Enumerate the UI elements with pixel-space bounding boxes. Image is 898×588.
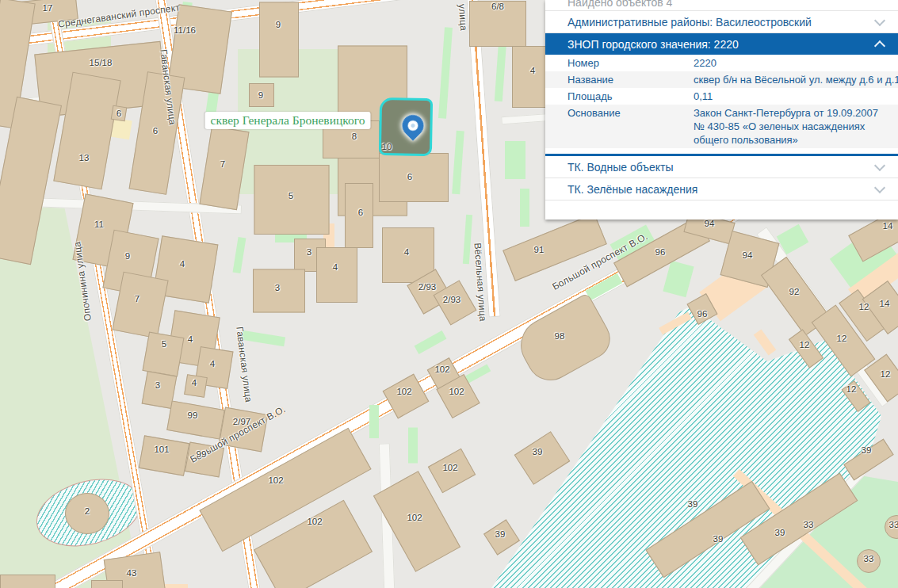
- building-label: 6: [153, 126, 158, 136]
- building-label: 102: [442, 463, 457, 472]
- detail-value: Закон Санкт-Петербурга от 19.09.2007 № 4…: [694, 106, 892, 147]
- chevron-down-icon: [874, 14, 885, 25]
- section-header-1[interactable]: ЗНОП городского значения: 2220: [545, 33, 898, 55]
- building-label: 102: [307, 517, 322, 526]
- building-label: 39: [862, 445, 872, 455]
- building-label: 12: [837, 334, 847, 343]
- building-label: 39: [688, 499, 698, 509]
- building-label: 5: [289, 191, 293, 200]
- building-label: 6: [407, 172, 412, 181]
- section-header-3[interactable]: ТК. Зелёные насаждения: [545, 178, 898, 200]
- detail-row: Названиесквер б/н на Вёсельной ул. между…: [545, 71, 898, 88]
- green-area: [241, 330, 285, 346]
- building-label: 39: [495, 529, 506, 539]
- building-label: 4: [188, 334, 193, 344]
- building-label: 15/18: [90, 58, 113, 67]
- building-label: 92: [789, 287, 800, 296]
- building-label: 9: [125, 251, 130, 261]
- detail-row: ОснованиеЗакон Санкт-Петербурга от 19.09…: [545, 105, 898, 148]
- section-header-2[interactable]: ТК. Водные объекты: [545, 156, 898, 178]
- building: [316, 247, 357, 303]
- app-window: Среднегаванский проспектГаванская улицаГ…: [0, 0, 898, 588]
- building: [91, 580, 123, 588]
- building-label: 4: [210, 359, 215, 368]
- building-label: 12: [800, 340, 810, 349]
- building-label: 4: [404, 247, 409, 257]
- building: [112, 272, 168, 339]
- building-label: 91: [534, 245, 545, 254]
- accordion-sections: Административные районы: Василеостровски…: [545, 11, 898, 200]
- building-label: 94: [705, 219, 715, 228]
- green-area: [505, 141, 525, 179]
- section-label: ТК. Водные объекты: [567, 161, 674, 174]
- building-label: 13: [79, 153, 90, 162]
- section-label: Административные районы: Василеостровски…: [567, 16, 812, 29]
- green-area: [233, 237, 246, 273]
- building-label: 33: [864, 554, 874, 563]
- green-area: [452, 131, 464, 195]
- building-label: 9: [258, 90, 263, 100]
- building-label: 11/16: [174, 25, 196, 35]
- details-table: Номер2220Названиесквер б/н на Вёсельной …: [545, 55, 898, 156]
- building-label: 4: [192, 378, 197, 388]
- building-label: 102: [449, 387, 464, 396]
- building-label: 11: [94, 220, 104, 229]
- found-objects-text: Найдено объектов 4: [545, 0, 898, 10]
- detail-key: Площадь: [567, 90, 694, 103]
- results-panel: Найдено объектов 4 Административные райо…: [545, 0, 898, 220]
- building-label: 102: [268, 475, 283, 485]
- building-label: 4: [333, 262, 338, 272]
- green-area: [408, 428, 418, 464]
- building-label: 39: [533, 447, 543, 456]
- building: [0, 575, 55, 588]
- chevron-down-icon: [874, 181, 885, 193]
- detail-row: Площадь0,11: [545, 88, 898, 105]
- green-area: [463, 215, 472, 264]
- path-area: [164, 584, 188, 588]
- building-label: 99: [188, 410, 198, 420]
- building-label: 3: [275, 283, 280, 292]
- building: [166, 400, 225, 439]
- detail-key: Номер: [567, 56, 694, 70]
- building-label: 17: [43, 3, 53, 13]
- chevron-up-icon: [874, 40, 885, 51]
- found-objects-row: Найдено объектов 4: [545, 0, 898, 11]
- building-label: 7: [220, 159, 225, 169]
- building-label: 94: [743, 250, 753, 260]
- building-label: 2: [85, 506, 90, 516]
- building-label: 10: [382, 142, 392, 151]
- green-area: [663, 261, 694, 297]
- building-label: 6: [117, 109, 121, 118]
- building-label: 33: [804, 520, 814, 529]
- building-label: 12: [846, 384, 857, 394]
- building-label: 101: [154, 445, 169, 454]
- building-label: 12: [859, 302, 869, 311]
- detail-key: Название: [567, 73, 694, 86]
- section-label: ТК. Зелёные насаждения: [567, 183, 697, 196]
- building-label: 4: [530, 66, 535, 75]
- building: [512, 46, 547, 108]
- building-label: 39: [713, 534, 724, 544]
- detail-row: Номер2220: [545, 55, 898, 71]
- building-label: 4: [180, 259, 185, 269]
- building: [514, 431, 571, 485]
- building-label: 96: [697, 309, 708, 319]
- detail-value: 2220: [694, 56, 892, 70]
- building-label: 14: [880, 299, 890, 308]
- green-area: [438, 27, 453, 118]
- building-label: 3: [307, 247, 311, 257]
- building-label: 2/93: [443, 295, 460, 304]
- building-label: 33: [889, 520, 898, 529]
- building: [511, 292, 617, 389]
- building-label: 43: [127, 568, 137, 578]
- building-label: 8: [352, 132, 357, 141]
- building-label: 5: [162, 339, 166, 349]
- section-header-0[interactable]: Административные районы: Василеостровски…: [545, 11, 898, 33]
- building: [139, 435, 189, 475]
- detail-key: Основание: [567, 106, 694, 120]
- building-label: 96: [655, 247, 666, 257]
- building: [259, 2, 299, 78]
- building: [379, 153, 449, 202]
- building-label: 6/8: [491, 2, 504, 11]
- building-label: 12: [881, 369, 891, 379]
